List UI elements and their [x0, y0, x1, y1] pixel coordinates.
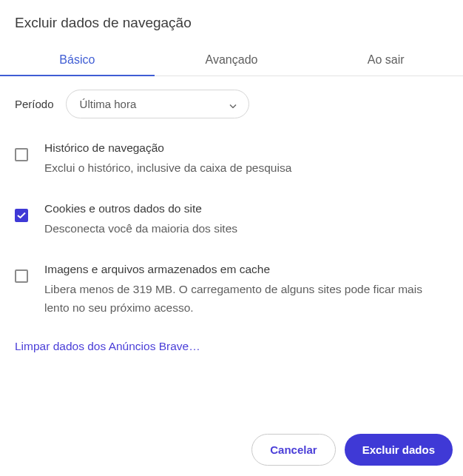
tab-on-exit[interactable]: Ao sair: [308, 44, 463, 76]
period-select[interactable]: Última hora: [66, 90, 249, 118]
option-history-desc: Exclui o histórico, inclusive da caixa d…: [44, 159, 448, 178]
checkbox-cache[interactable]: [15, 269, 28, 283]
tab-advanced[interactable]: Avançado: [155, 44, 309, 76]
option-cache-desc: Libera menos de 319 MB. O carregamento d…: [44, 281, 448, 318]
period-label: Período: [15, 98, 54, 110]
checkbox-cookies[interactable]: [15, 209, 28, 222]
option-cache: Imagens e arquivos armazenados em cache …: [15, 261, 448, 318]
option-cache-title: Imagens e arquivos armazenados em cache: [44, 261, 448, 278]
option-cookies-title: Cookies e outros dados do site: [44, 200, 448, 217]
tabs-container: Básico Avançado Ao sair: [0, 44, 463, 76]
chevron-down-icon: [229, 98, 237, 110]
check-icon: [17, 212, 26, 219]
checkbox-history[interactable]: [15, 148, 28, 161]
content-area: Período Última hora Histórico de navegaç…: [0, 76, 463, 366]
dialog-title: Excluir dados de navegação: [0, 0, 463, 44]
option-history-text: Histórico de navegação Exclui o históric…: [44, 139, 448, 178]
brave-ads-link[interactable]: Limpar dados dos Anúncios Brave…: [15, 340, 448, 353]
option-history: Histórico de navegação Exclui o históric…: [15, 139, 448, 178]
option-history-title: Histórico de navegação: [44, 139, 448, 156]
option-cookies-desc: Desconecta você da maioria dos sites: [44, 220, 448, 238]
cancel-button[interactable]: Cancelar: [251, 434, 335, 466]
option-cookies-text: Cookies e outros dados do site Desconect…: [44, 200, 448, 238]
option-cookies: Cookies e outros dados do site Desconect…: [15, 200, 448, 238]
confirm-button[interactable]: Excluir dados: [345, 434, 453, 466]
tab-basic[interactable]: Básico: [0, 44, 155, 76]
period-row: Período Última hora: [15, 90, 448, 118]
period-selected-value: Última hora: [80, 98, 137, 110]
option-cache-text: Imagens e arquivos armazenados em cache …: [44, 261, 448, 318]
footer-buttons: Cancelar Excluir dados: [251, 434, 453, 466]
